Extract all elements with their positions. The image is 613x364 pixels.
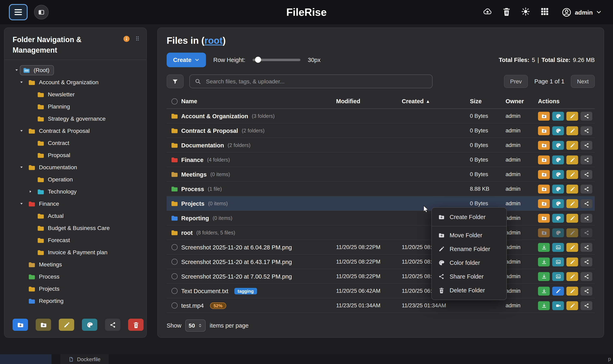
palette-button[interactable] (552, 228, 564, 237)
drag-handle[interactable] (134, 34, 141, 44)
sidebar-item-actual[interactable]: Actual (9, 210, 143, 222)
menu-item-move-folder[interactable]: Move Folder (432, 228, 506, 242)
color-folder-button[interactable] (82, 319, 97, 331)
caret-down-icon[interactable] (18, 165, 25, 169)
caret-down-icon[interactable] (18, 202, 25, 206)
share-button[interactable] (581, 214, 592, 222)
share-folder-button[interactable] (105, 319, 120, 331)
column-header-modified[interactable]: Modified (336, 98, 402, 104)
sidebar-item-strategy-governance[interactable]: Strategy & governance (9, 113, 143, 125)
palette-button[interactable] (552, 112, 564, 120)
create-button[interactable]: Create (167, 53, 206, 67)
download-button[interactable] (538, 272, 550, 281)
pencil-button[interactable] (566, 214, 578, 222)
menu-button[interactable] (9, 4, 28, 20)
items-per-page-select[interactable]: 50 (185, 319, 206, 332)
table-row-documentation[interactable]: Documentation(2 folders)0 Bytesadmin (167, 138, 595, 153)
sidebar-item-root[interactable]: (Root) (9, 64, 143, 76)
table-row-account-organization[interactable]: Account & Organization(3 folders)0 Bytes… (167, 109, 595, 123)
rename-folder-button[interactable] (59, 319, 74, 331)
pencil-button[interactable] (566, 184, 578, 193)
share-button[interactable] (581, 301, 592, 310)
table-row-screenshot-2025-11-20-at-6-04-28-pm-png[interactable]: Screenshot 2025-11-20 at 6.04.28 PM.png1… (167, 240, 595, 255)
caret-down-icon[interactable] (18, 80, 25, 84)
table-row-process[interactable]: Process(1 file)8.88 KBadmin (167, 182, 595, 196)
share-button[interactable] (581, 170, 592, 179)
palette-button[interactable] (552, 199, 564, 208)
row-checkbox[interactable] (171, 259, 177, 265)
share-button[interactable] (581, 228, 592, 237)
menu-item-create-folder[interactable]: Create Folder (432, 210, 506, 224)
menu-item-color-folder[interactable]: Color folder (432, 256, 506, 270)
column-header-name[interactable]: Name (181, 98, 336, 104)
table-row-contract-proposal[interactable]: Contract & Proposal(2 folders)0 Bytesadm… (167, 123, 595, 138)
table-row-meetings[interactable]: Meetings(0 items)0 Bytesadmin (167, 167, 595, 182)
row-checkbox[interactable] (171, 244, 177, 250)
folder-plus-button[interactable] (538, 170, 550, 179)
edit-button[interactable] (552, 286, 564, 295)
palette-button[interactable] (552, 155, 564, 164)
table-row-root[interactable]: root(8 folders, 5 files)admin (167, 225, 595, 240)
apps-grid-button[interactable] (540, 7, 549, 17)
search-input[interactable] (205, 78, 427, 85)
sidebar-item-forecast[interactable]: Forecast (9, 234, 143, 246)
caret-down-icon[interactable] (13, 68, 20, 72)
sidebar-item-budget-business-care[interactable]: Budget & Business Care (9, 222, 143, 234)
palette-button[interactable] (552, 126, 564, 135)
table-row-test-mp4[interactable]: test.mp452%11/23/25 01:34AM11/23/25 01:3… (167, 299, 595, 313)
pencil-button[interactable] (566, 243, 578, 252)
share-button[interactable] (581, 272, 592, 281)
palette-button[interactable] (552, 141, 564, 150)
sidebar-item-finance[interactable]: Finance (9, 198, 143, 210)
table-row-screenshot-2025-11-20-at-6-43-17-pm-png[interactable]: Screenshot 2025-11-20 at 6.43.17 PM.png1… (167, 255, 595, 269)
sidebar-toggle-button[interactable] (34, 5, 49, 19)
table-row-text-document-txt[interactable]: Text Document.txttagging11/20/25 06:42AM… (167, 284, 595, 299)
share-button[interactable] (581, 199, 592, 208)
share-button[interactable] (581, 257, 592, 266)
pencil-button[interactable] (566, 199, 578, 208)
share-button[interactable] (581, 112, 592, 120)
move-folder-button[interactable] (36, 319, 51, 331)
folder-plus-button[interactable] (538, 228, 550, 237)
sidebar-item-projects[interactable]: Projects (9, 283, 143, 295)
sidebar-item-meetings[interactable]: Meetings (9, 258, 143, 271)
share-button[interactable] (581, 286, 592, 295)
pencil-button[interactable] (566, 126, 578, 135)
current-folder-link[interactable]: root (205, 35, 223, 46)
user-menu[interactable]: admin (559, 7, 604, 18)
folder-plus-button[interactable] (538, 112, 550, 120)
prev-page-button[interactable]: Prev (504, 75, 528, 88)
share-button[interactable] (581, 243, 592, 252)
folder-plus-button[interactable] (538, 155, 550, 164)
folder-plus-button[interactable] (538, 199, 550, 208)
download-button[interactable] (538, 286, 550, 295)
filter-button[interactable] (167, 75, 184, 88)
menu-item-share-folder[interactable]: Share Folder (432, 270, 506, 284)
caret-right-icon[interactable] (27, 190, 34, 194)
sidebar-item-operation[interactable]: Operation (9, 173, 143, 185)
download-button[interactable] (538, 243, 550, 252)
table-row-screenshot-2025-11-20-at-7-00-52-pm-png[interactable]: Screenshot 2025-11-20 at 7.00.52 PM.png1… (167, 269, 595, 284)
palette-button[interactable] (552, 184, 564, 193)
share-button[interactable] (581, 155, 592, 164)
folder-plus-button[interactable] (538, 126, 550, 135)
row-checkbox[interactable] (171, 288, 177, 294)
image-button[interactable] (552, 257, 564, 266)
pencil-button[interactable] (566, 272, 578, 281)
folder-plus-button[interactable] (538, 184, 550, 193)
sidebar-item-reporting[interactable]: Reporting (9, 295, 143, 307)
folder-plus-button[interactable] (538, 141, 550, 150)
image-button[interactable] (552, 243, 564, 252)
folder-plus-button[interactable] (538, 214, 550, 222)
sidebar-item-technology[interactable]: Technology (9, 185, 143, 198)
sidebar-item-documentation[interactable]: Documentation (9, 161, 143, 173)
pencil-button[interactable] (566, 170, 578, 179)
menu-item-delete-folder[interactable]: Delete Folder (432, 284, 506, 297)
editor-tab[interactable]: Dockerfile (60, 354, 109, 364)
table-row-finance[interactable]: Finance(4 folders)0 Bytesadmin (167, 153, 595, 167)
palette-button[interactable] (552, 214, 564, 222)
slider-knob[interactable] (255, 57, 261, 63)
menu-item-rename-folder[interactable]: Rename Folder (432, 242, 506, 256)
download-button[interactable] (538, 257, 550, 266)
download-button[interactable] (538, 301, 550, 310)
